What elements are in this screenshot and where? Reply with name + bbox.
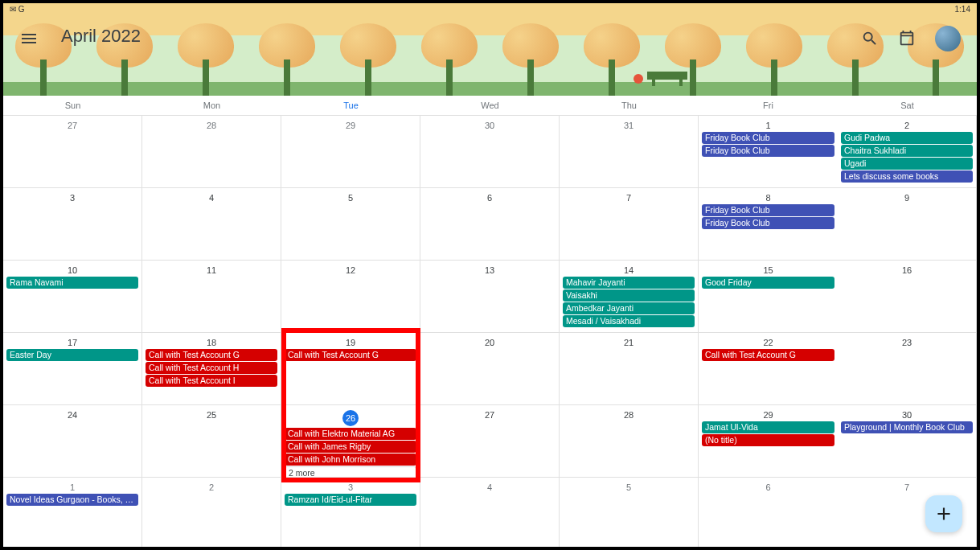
event-chip[interactable]: Call with Test Account G xyxy=(285,349,416,361)
event-chip[interactable]: Call with Test Account H xyxy=(146,362,277,374)
day-number: 3 xyxy=(5,190,140,204)
create-event-fab[interactable] xyxy=(925,495,962,532)
day-cell[interactable]: 5 xyxy=(560,478,699,550)
day-cell[interactable]: 1Novel Ideas Gurgaon - Books, coffee an xyxy=(3,478,142,550)
avatar[interactable] xyxy=(935,26,961,51)
day-number: 9 xyxy=(839,190,974,204)
event-chip[interactable]: Call with Test Account I xyxy=(146,375,277,387)
event-chip[interactable]: Vaisakhi xyxy=(563,289,695,302)
day-cell[interactable]: 19Call with Test Account G xyxy=(281,333,420,405)
today-icon[interactable] xyxy=(898,30,916,47)
day-cell[interactable]: 25 xyxy=(142,405,281,478)
day-number: 3 xyxy=(283,479,418,494)
day-cell[interactable]: 30Playground | Monthly Book Club xyxy=(838,405,977,478)
event-chip[interactable]: Friday Book Club xyxy=(702,145,834,157)
event-chip[interactable]: Call with Test Account G xyxy=(146,349,277,361)
day-number: 27 xyxy=(5,117,140,132)
month-title[interactable]: April 2022 xyxy=(61,26,141,47)
event-chip[interactable]: Mahavir Jayanti xyxy=(563,277,695,289)
event-chip[interactable]: Call with Test Account G xyxy=(702,349,834,361)
day-cell[interactable]: 4 xyxy=(420,478,560,550)
day-cell[interactable]: 2Gudi PadwaChaitra SukhladiUgadiLets dis… xyxy=(838,116,977,188)
day-cell[interactable]: 28 xyxy=(142,116,281,188)
day-cell[interactable]: 12 xyxy=(281,261,420,333)
day-number: 5 xyxy=(561,479,696,494)
day-cell[interactable]: 27 xyxy=(420,405,560,478)
event-chip[interactable]: Easter Day xyxy=(6,349,138,361)
day-cell[interactable]: 26Call with Elektro Material AGCall with… xyxy=(281,405,420,478)
day-cell[interactable]: 4 xyxy=(142,188,281,261)
day-number: 6 xyxy=(700,479,836,494)
search-icon[interactable] xyxy=(861,30,879,47)
event-chip[interactable]: Call with John Morrison xyxy=(285,454,416,466)
day-cell[interactable]: 8Friday Book ClubFriday Book Club xyxy=(699,188,838,261)
dow-thu: Thu xyxy=(560,96,699,115)
calendar-app: ✉ G 1:14 April 2022 xyxy=(0,0,980,550)
day-number: 13 xyxy=(422,262,557,277)
day-number: 21 xyxy=(561,335,696,349)
event-chip[interactable]: Friday Book Club xyxy=(702,217,834,229)
day-cell[interactable]: 21 xyxy=(560,333,699,405)
day-cell[interactable]: 29Jamat Ul-Vida(No title) xyxy=(699,405,838,478)
day-number: 5 xyxy=(283,190,418,204)
day-cell[interactable]: 30 xyxy=(420,116,560,188)
day-cell[interactable]: 13 xyxy=(420,261,560,333)
day-number: 4 xyxy=(144,190,279,204)
event-chip[interactable]: Lets discuss some books xyxy=(841,170,973,183)
event-chip[interactable]: Call with Elektro Material AG xyxy=(285,428,416,440)
day-cell[interactable]: 3 xyxy=(3,188,142,261)
day-cell[interactable]: 16 xyxy=(838,261,977,333)
event-chip[interactable]: Call with James Rigby xyxy=(285,441,416,453)
events-list: Good Friday xyxy=(700,277,836,289)
day-cell[interactable]: 6 xyxy=(699,478,838,550)
day-cell[interactable]: 22Call with Test Account G xyxy=(699,333,838,405)
day-cell[interactable]: 27 xyxy=(3,116,142,188)
event-chip[interactable]: Jamat Ul-Vida xyxy=(702,421,834,433)
day-cell[interactable]: 29 xyxy=(281,116,420,188)
day-cell[interactable]: 31 xyxy=(560,116,699,188)
event-chip[interactable]: Rama Navami xyxy=(6,277,138,289)
day-cell[interactable]: 11 xyxy=(142,261,281,333)
day-number: 1 xyxy=(700,117,836,132)
day-number: 27 xyxy=(422,407,557,421)
event-chip[interactable]: Friday Book Club xyxy=(702,132,834,144)
dow-fri: Fri xyxy=(699,96,838,115)
event-chip[interactable]: Ugadi xyxy=(841,158,973,170)
event-chip[interactable]: Friday Book Club xyxy=(702,204,834,216)
day-cell[interactable]: 7 xyxy=(560,188,699,261)
dow-sun: Sun xyxy=(3,96,142,115)
day-cell[interactable]: 1Friday Book ClubFriday Book Club xyxy=(699,116,838,188)
day-cell[interactable]: 14Mahavir JayantiVaisakhiAmbedkar Jayant… xyxy=(560,261,699,333)
day-cell[interactable]: 20 xyxy=(420,333,560,405)
day-cell[interactable]: 15Good Friday xyxy=(699,261,838,333)
day-cell[interactable]: 10Rama Navami xyxy=(3,261,142,333)
day-cell[interactable]: 2 xyxy=(142,478,281,550)
day-number: 28 xyxy=(561,407,696,421)
day-cell[interactable]: 3Ramzan Id/Eid-ul-Fitar xyxy=(281,478,420,550)
day-cell[interactable]: 5 xyxy=(281,188,420,261)
day-cell[interactable]: 23 xyxy=(838,333,977,405)
day-cell[interactable]: 9 xyxy=(838,188,977,261)
event-chip[interactable]: Ramzan Id/Eid-ul-Fitar xyxy=(285,494,416,506)
event-chip[interactable]: Playground | Monthly Book Club xyxy=(841,421,973,433)
event-chip[interactable]: Gudi Padwa xyxy=(841,132,973,144)
plus-icon xyxy=(933,503,954,524)
events-list: Ramzan Id/Eid-ul-Fitar xyxy=(283,494,418,506)
day-number: 15 xyxy=(700,262,836,277)
event-chip[interactable]: Good Friday xyxy=(702,277,834,289)
event-chip[interactable]: Novel Ideas Gurgaon - Books, coffee an xyxy=(6,494,138,506)
day-cell[interactable]: 28 xyxy=(560,405,699,478)
day-number: 28 xyxy=(144,117,279,132)
day-cell[interactable]: 18Call with Test Account GCall with Test… xyxy=(142,333,281,405)
day-cell[interactable]: 6 xyxy=(420,188,560,261)
menu-icon[interactable] xyxy=(19,29,39,48)
day-cell[interactable]: 24 xyxy=(3,405,142,478)
dow-sat: Sat xyxy=(838,96,977,115)
day-cell[interactable]: 17Easter Day xyxy=(3,333,142,405)
day-number: 23 xyxy=(839,335,974,349)
event-chip[interactable]: 2 more xyxy=(285,466,416,478)
event-chip[interactable]: Chaitra Sukhladi xyxy=(841,145,973,157)
event-chip[interactable]: Mesadi / Vaisakhadi xyxy=(563,315,695,327)
event-chip[interactable]: (No title) xyxy=(702,434,834,446)
event-chip[interactable]: Ambedkar Jayanti xyxy=(563,302,695,314)
